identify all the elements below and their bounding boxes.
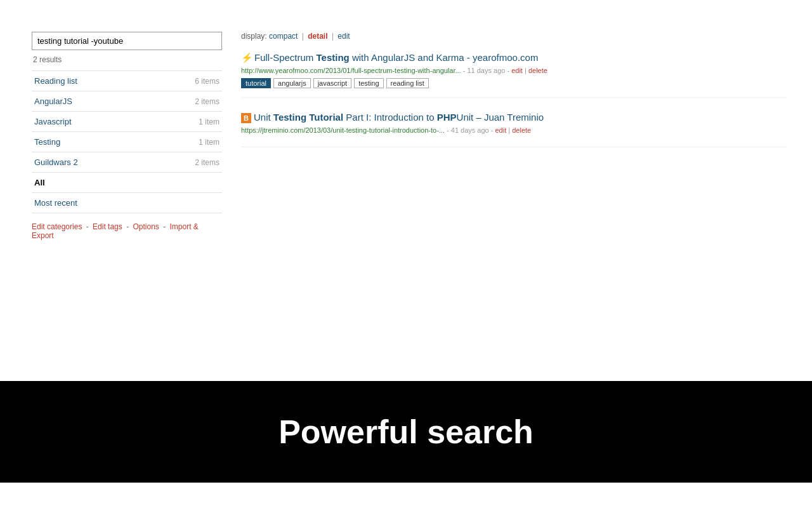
display-label: display: (241, 32, 267, 41)
blogspot-icon: B (241, 113, 251, 123)
sidebar-category-item[interactable]: Guildwars 22 items (32, 152, 222, 173)
result-delete-link[interactable]: delete (512, 126, 531, 134)
promo-text: Powerful search (278, 413, 534, 450)
category-name: AngularJS (34, 97, 72, 106)
main-content: display: compact | detail | edit ⚡Full-S… (241, 32, 787, 368)
options-link[interactable]: Options (133, 222, 159, 231)
result-url-line: https://jtreminio.com/2013/03/unit-testi… (241, 126, 787, 134)
detail-view-link[interactable]: detail (308, 32, 327, 41)
result-url: https://jtreminio.com/2013/03/unit-testi… (241, 126, 445, 134)
promo-bar: Powerful search (0, 381, 812, 483)
edit-view-link[interactable]: edit (337, 32, 350, 41)
category-name: Most recent (34, 198, 77, 208)
search-input[interactable] (32, 32, 222, 50)
tag-item[interactable]: angularjs (273, 78, 311, 88)
category-name: Guildwars 2 (34, 157, 78, 167)
compact-view-link[interactable]: compact (269, 32, 298, 41)
category-name: Testing (34, 137, 60, 147)
result-title: BUnit Testing Tutorial Part I: Introduct… (241, 110, 787, 124)
sep3: - (163, 222, 167, 231)
tag-item[interactable]: reading list (386, 78, 429, 88)
sidebar-category-item[interactable]: Javascript1 item (32, 112, 222, 132)
edit-delete-sep: | (523, 67, 528, 74)
result-title-link[interactable]: Full-Spectrum Testing with AngularJS and… (254, 52, 538, 63)
category-count: 1 item (199, 117, 219, 126)
edit-tags-link[interactable]: Edit tags (93, 222, 122, 231)
tag-item[interactable]: testing (354, 78, 383, 88)
result-edit-link[interactable]: edit (495, 126, 506, 134)
display-bar: display: compact | detail | edit (241, 32, 787, 41)
category-name: All (34, 178, 45, 187)
sep1: - (86, 222, 91, 231)
category-count: 1 item (199, 138, 219, 147)
category-name: Javascript (34, 117, 72, 126)
edit-categories-link[interactable]: Edit categories (32, 222, 82, 231)
result-edit-link[interactable]: edit (511, 67, 523, 74)
category-name: Reading list (34, 76, 77, 86)
lightning-icon: ⚡ (241, 52, 253, 63)
results-container: ⚡Full-Spectrum Testing with AngularJS an… (241, 51, 787, 147)
sidebar-category-item[interactable]: Reading list6 items (32, 71, 222, 91)
sep2: | (332, 32, 336, 41)
tags-row: tutorialangularjsjavascripttestingreadin… (241, 78, 787, 88)
sidebar: 2 results Reading list6 itemsAngularJS2 … (32, 32, 222, 368)
result-item: BUnit Testing Tutorial Part I: Introduct… (241, 110, 787, 147)
sep2: - (126, 222, 131, 231)
result-title: ⚡Full-Spectrum Testing with AngularJS an… (241, 51, 787, 64)
footer-links: Edit categories - Edit tags - Options - … (32, 222, 222, 240)
result-delete-link[interactable]: delete (528, 67, 547, 74)
edit-delete-sep: | (506, 126, 512, 134)
sidebar-category-item[interactable]: Testing1 item (32, 132, 222, 152)
result-url: http://www.yearofmoo.com/2013/01/full-sp… (241, 67, 461, 74)
category-count: 2 items (195, 97, 219, 106)
category-list: Reading list6 itemsAngularJS2 itemsJavas… (32, 70, 222, 213)
sep1: | (302, 32, 306, 41)
results-count: 2 results (32, 55, 222, 64)
tag-item[interactable]: javascript (313, 78, 351, 88)
result-url-line: http://www.yearofmoo.com/2013/01/full-sp… (241, 67, 787, 74)
category-count: 6 items (195, 77, 219, 86)
result-title-link[interactable]: Unit Testing Tutorial Part I: Introducti… (254, 112, 544, 123)
result-item: ⚡Full-Spectrum Testing with AngularJS an… (241, 51, 787, 98)
sidebar-category-item[interactable]: Most recent (32, 193, 222, 213)
category-count: 2 items (195, 158, 219, 167)
result-meta: - 11 days ago - (461, 67, 512, 74)
sidebar-category-item[interactable]: AngularJS2 items (32, 91, 222, 112)
result-meta: - 41 days ago - (445, 126, 495, 134)
sidebar-category-item[interactable]: All (32, 173, 222, 193)
tag-item[interactable]: tutorial (241, 78, 271, 88)
